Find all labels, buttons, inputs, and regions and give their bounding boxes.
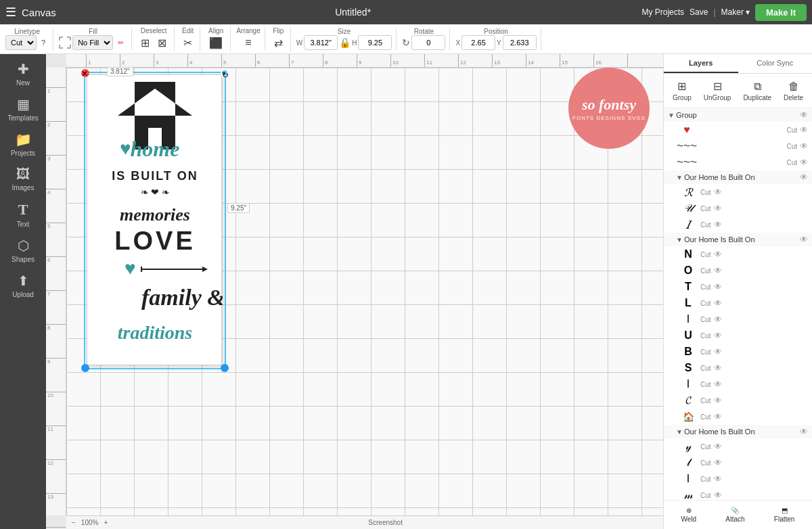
- linetype-help[interactable]: ?: [38, 37, 49, 49]
- tab-layers[interactable]: Layers: [664, 54, 738, 73]
- visibility-icon[interactable]: 👁: [714, 363, 722, 373]
- sidebar-item-templates[interactable]: ▦ Templates: [3, 92, 43, 126]
- zoom-minus-icon[interactable]: −: [72, 519, 76, 526]
- duplicate-button[interactable]: ⧉ Duplicate: [739, 78, 775, 104]
- visibility-icon[interactable]: 👁: [714, 442, 722, 451]
- make-it-button[interactable]: Make It: [755, 4, 807, 21]
- sidebar-item-shapes[interactable]: ⬡ Shapes: [3, 233, 43, 267]
- visibility-icon[interactable]: 👁: [800, 125, 808, 135]
- layer-thumb: ℛ: [680, 186, 696, 198]
- visibility-icon[interactable]: 👁: [714, 220, 722, 229]
- visibility-icon[interactable]: 👁: [800, 110, 808, 120]
- rotate-input[interactable]: [411, 35, 445, 50]
- visibility-icon[interactable]: 👁: [714, 298, 722, 308]
- layer-row[interactable]: ♥ Cut 👁: [664, 122, 812, 138]
- deselect-grid[interactable]: ⊠: [154, 34, 170, 51]
- layer-row[interactable]: 𝒰 Cut 👁: [664, 200, 812, 216]
- visibility-icon[interactable]: 👁: [714, 380, 722, 389]
- visibility-icon[interactable]: 👁: [714, 282, 722, 292]
- layer-section-header-3[interactable]: ▼ Our Home Is Built On 👁: [664, 425, 812, 438]
- weld-button[interactable]: ⊕ Weld: [677, 505, 701, 525]
- edit-button[interactable]: ✂: [180, 34, 196, 51]
- visibility-icon[interactable]: 👁: [714, 412, 722, 421]
- sidebar-item-text[interactable]: T Text: [3, 197, 43, 232]
- fill-pen[interactable]: ✏: [114, 37, 127, 49]
- zoom-plus-icon[interactable]: +: [104, 519, 108, 526]
- visibility-icon[interactable]: 👁: [714, 266, 722, 275]
- visibility-icon[interactable]: 👁: [800, 235, 808, 244]
- visibility-icon[interactable]: 👁: [714, 250, 722, 259]
- layer-row[interactable]: I Cut 👁: [664, 471, 812, 487]
- sidebar-item-new[interactable]: ✚ New: [3, 57, 43, 91]
- layer-row[interactable]: U Cut 👁: [664, 327, 812, 344]
- fill-select[interactable]: No Fill: [72, 35, 113, 50]
- save-button[interactable]: Save: [690, 7, 708, 17]
- visibility-icon[interactable]: 👁: [714, 315, 722, 324]
- visibility-icon[interactable]: 👁: [800, 158, 808, 167]
- maker-button[interactable]: Maker ▾: [721, 7, 750, 17]
- layer-row[interactable]: B Cut 👁: [664, 344, 812, 360]
- visibility-icon[interactable]: 👁: [800, 141, 808, 151]
- layer-row[interactable]: N Cut 👁: [664, 246, 812, 262]
- layer-row[interactable]: L Cut 👁: [664, 295, 812, 311]
- visibility-icon[interactable]: 👁: [714, 490, 722, 500]
- layer-row[interactable]: 𝐼 Cut 👁: [664, 216, 812, 233]
- visibility-icon[interactable]: 👁: [714, 396, 722, 405]
- tab-color-sync[interactable]: Color Sync: [738, 54, 813, 73]
- svg-text:memories: memories: [120, 205, 190, 225]
- design-artwork: OUR home ♥ IS BUILT ON ❧ ❤ ❧ memories LO…: [87, 75, 223, 366]
- layer-section-header[interactable]: ▼ Our Home Is Built On 👁: [664, 170, 812, 184]
- arrange-button[interactable]: ≡: [242, 34, 254, 51]
- visibility-icon[interactable]: 👁: [714, 204, 722, 213]
- layer-section-header-2[interactable]: ▼ Our Home Is Built On 👁: [664, 233, 812, 246]
- fill-color-swatch[interactable]: [59, 37, 71, 49]
- sidebar-item-projects[interactable]: 📁 Projects: [3, 127, 43, 161]
- canvas-area[interactable]: 1 2 3 4 5 6 7 8 9 10 11 12 13 14 15 16 1…: [46, 54, 663, 529]
- flip-button[interactable]: ⇄: [271, 34, 286, 51]
- weld-label: Weld: [681, 515, 697, 523]
- visibility-icon[interactable]: 👁: [714, 347, 722, 356]
- hamburger-icon[interactable]: ☰: [5, 5, 16, 20]
- delete-button[interactable]: 🗑 Delete: [780, 78, 807, 104]
- top-right-actions: My Projects Save | Maker ▾ Make It: [641, 4, 807, 21]
- layer-row[interactable]: I Cut 👁: [664, 376, 812, 392]
- layer-row[interactable]: 𝓎 Cut 👁: [664, 438, 812, 455]
- y-input[interactable]: [503, 35, 537, 50]
- sidebar-item-images[interactable]: 🖼 Images: [3, 162, 43, 196]
- templates-icon: ▦: [17, 96, 30, 112]
- ungroup-icon: ⊟: [713, 80, 722, 93]
- layer-row[interactable]: S Cut 👁: [664, 360, 812, 376]
- visibility-icon[interactable]: 👁: [714, 458, 722, 467]
- linetype-select[interactable]: Cut: [5, 35, 37, 50]
- layer-row[interactable]: 🏠 Cut 👁: [664, 409, 812, 425]
- visibility-icon[interactable]: 👁: [714, 474, 722, 484]
- layer-row[interactable]: 𝓒 Cut 👁: [664, 392, 812, 409]
- sidebar-item-upload[interactable]: ⬆ Upload: [3, 269, 43, 302]
- visibility-icon[interactable]: 👁: [800, 172, 808, 182]
- visibility-icon[interactable]: 👁: [714, 331, 722, 340]
- layer-row[interactable]: 〜〜〜 Cut 👁: [664, 154, 812, 170]
- layer-row[interactable]: O Cut 👁: [664, 262, 812, 279]
- upload-icon: ⬆: [18, 273, 29, 289]
- x-input[interactable]: [461, 35, 495, 50]
- canvas-wrapper[interactable]: OUR home ♥ IS BUILT ON ❧ ❤ ❧ memories LO…: [66, 68, 663, 515]
- my-projects-button[interactable]: My Projects: [641, 7, 684, 17]
- layer-row[interactable]: I Cut 👁: [664, 311, 812, 327]
- layer-row[interactable]: 〜〜〜 Cut 👁: [664, 138, 812, 154]
- layer-row[interactable]: 𝓂 Cut 👁: [664, 487, 812, 500]
- layer-row[interactable]: 𝓁 Cut 👁: [664, 455, 812, 471]
- visibility-icon[interactable]: 👁: [714, 187, 722, 197]
- visibility-icon[interactable]: 👁: [800, 427, 808, 436]
- attach-button[interactable]: 📎 Attach: [721, 505, 748, 525]
- ungroup-button[interactable]: ⊟ UnGroup: [700, 78, 736, 104]
- flatten-button[interactable]: ⬒ Flatten: [770, 505, 799, 525]
- main-area: ✚ New ▦ Templates 📁 Projects 🖼 Images T …: [0, 54, 812, 529]
- layer-row[interactable]: ℛ Cut 👁: [664, 184, 812, 200]
- deselect-button[interactable]: ⊞: [137, 34, 153, 51]
- layer-row[interactable]: T Cut 👁: [664, 279, 812, 295]
- layer-group-header[interactable]: ▼ Group 👁: [664, 108, 812, 122]
- group-button[interactable]: ⊞ Group: [669, 78, 696, 104]
- width-input[interactable]: [304, 35, 338, 50]
- height-input[interactable]: [358, 35, 392, 50]
- align-button[interactable]: ⬛: [206, 34, 226, 51]
